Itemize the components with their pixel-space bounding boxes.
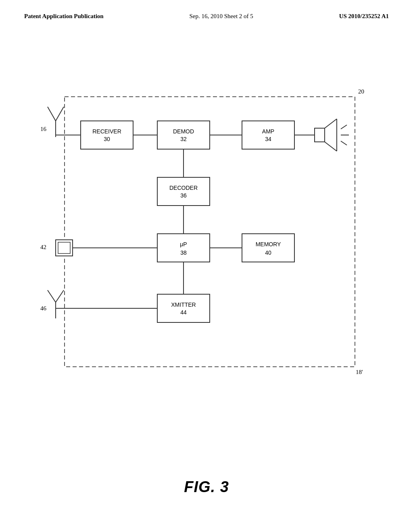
diagram-area: 20 18' 16 RECEIVER 30 DEMOD 32 AMP 34 (24, 73, 387, 387)
antenna-tx-left (48, 290, 56, 302)
label-42: 42 (40, 244, 46, 250)
memory-label: MEMORY (256, 241, 281, 247)
receiver-number: 30 (104, 136, 110, 142)
up-number: 38 (180, 249, 187, 256)
speaker-cone-bottom (325, 142, 337, 151)
amp-block (242, 121, 294, 149)
amp-label: AMP (262, 128, 274, 135)
demod-label: DEMOD (173, 128, 194, 135)
decoder-block (157, 177, 210, 206)
receiver-block (81, 121, 133, 149)
up-block (157, 234, 210, 262)
label-18-prime: 18' (356, 369, 363, 375)
header-patent-number: US 2010/235252 A1 (339, 13, 389, 20)
speaker-cone-top (325, 119, 337, 128)
demod-block (157, 121, 210, 149)
up-label: μP (180, 241, 187, 247)
speaker-box (315, 128, 325, 142)
label-46: 46 (40, 305, 47, 312)
memory-block (242, 234, 294, 262)
decoder-label: DECODER (169, 185, 198, 191)
page-header: Patent Application Publication Sep. 16, … (0, 0, 413, 20)
antenna-rx-left (48, 107, 56, 121)
amp-number: 34 (265, 136, 271, 142)
label-20: 20 (358, 88, 364, 95)
button-inner (58, 242, 70, 254)
xmitter-block (157, 294, 210, 322)
xmitter-label: XMITTER (171, 301, 196, 308)
receiver-label: RECEIVER (92, 128, 121, 135)
header-date-sheet: Sep. 16, 2010 Sheet 2 of 5 (190, 13, 253, 20)
decoder-number: 36 (180, 192, 187, 199)
label-16: 16 (40, 126, 47, 132)
header-publication-label: Patent Application Publication (24, 13, 104, 20)
memory-number: 40 (265, 249, 271, 256)
antenna-rx-right (56, 107, 64, 121)
demod-number: 32 (180, 136, 187, 142)
sound-wave-3 (341, 141, 347, 145)
figure-caption: FIG. 3 (184, 478, 229, 496)
sound-wave-1 (341, 125, 347, 129)
antenna-tx-right (56, 290, 64, 302)
diagram-svg: 20 18' 16 RECEIVER 30 DEMOD 32 AMP 34 (24, 73, 387, 387)
xmitter-number: 44 (180, 309, 187, 316)
